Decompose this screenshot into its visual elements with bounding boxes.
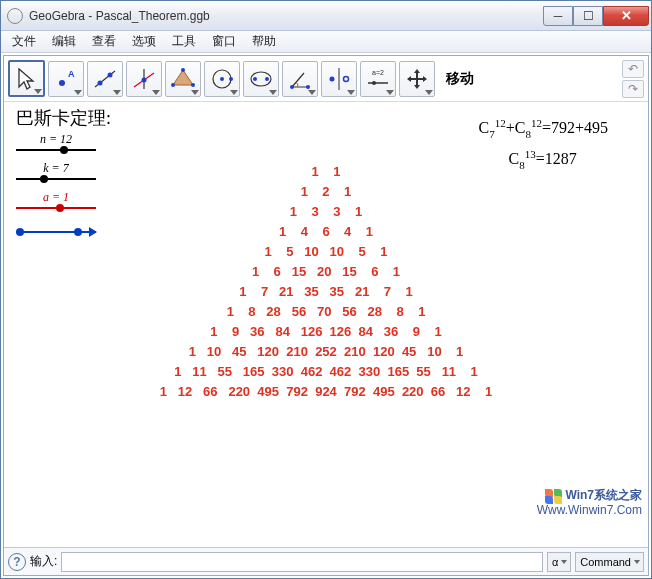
tool-perpendicular[interactable] [126, 61, 162, 97]
menu-options[interactable]: 选项 [125, 31, 163, 52]
tool-angle[interactable] [282, 61, 318, 97]
toolbar: A a=2 移动 ↶ ↷ [4, 56, 648, 102]
svg-point-17 [265, 77, 269, 81]
graphics-view[interactable]: 巴斯卡定理: n = 12 k = 7 a = 1 [4, 102, 648, 547]
close-button[interactable]: ✕ [603, 6, 649, 26]
svg-text:a=2: a=2 [372, 69, 384, 76]
pascal-row: 1 4 6 4 1 [4, 222, 648, 242]
pascal-row: 1 7 21 35 35 21 7 1 [4, 282, 648, 302]
svg-marker-8 [173, 70, 193, 85]
svg-point-4 [108, 72, 113, 77]
app-window: GeoGebra - Pascal_Theorem.ggb ─ ☐ ✕ 文件 编… [0, 0, 652, 579]
svg-point-16 [253, 77, 257, 81]
tool-ellipse[interactable] [243, 61, 279, 97]
toolbar-mode-label: 移动 [446, 70, 474, 88]
svg-point-7 [142, 77, 147, 82]
svg-line-2 [95, 71, 115, 87]
watermark-logo-icon [545, 489, 563, 503]
pascal-row: 1 10 45 120 210 252 210 120 45 10 1 [4, 342, 648, 362]
menu-help[interactable]: 帮助 [245, 31, 283, 52]
svg-point-19 [306, 85, 310, 89]
tool-move[interactable] [8, 60, 45, 97]
svg-point-22 [344, 76, 349, 81]
app-icon [7, 8, 23, 24]
menubar: 文件 编辑 查看 选项 工具 窗口 帮助 [1, 31, 651, 53]
tool-reflect[interactable] [321, 61, 357, 97]
menu-edit[interactable]: 编辑 [45, 31, 83, 52]
svg-point-21 [330, 76, 335, 81]
command-select[interactable]: Command [575, 552, 644, 572]
window-controls: ─ ☐ ✕ [543, 6, 649, 26]
slider-n[interactable]: n = 12 [16, 132, 96, 151]
minimize-button[interactable]: ─ [543, 6, 573, 26]
undo-button[interactable]: ↶ [622, 60, 644, 78]
svg-point-18 [290, 85, 294, 89]
pascal-row: 1 12 66 220 495 792 924 792 495 220 66 1… [4, 382, 648, 402]
tool-polygon[interactable] [165, 61, 201, 97]
toolbar-right-controls: ↶ ↷ [622, 60, 644, 98]
pascal-row: 1 8 28 56 70 56 28 8 1 [4, 302, 648, 322]
pascal-triangle: 1 1 1 2 1 1 3 3 1 1 4 6 4 1 1 5 10 10 5 … [4, 162, 648, 402]
titlebar[interactable]: GeoGebra - Pascal_Theorem.ggb ─ ☐ ✕ [1, 1, 651, 31]
watermark-line1: Win7系统之家 [565, 488, 642, 502]
pascal-row: 1 1 [4, 162, 648, 182]
canvas-title: 巴斯卡定理: [16, 106, 111, 130]
svg-point-11 [171, 83, 175, 87]
svg-point-0 [59, 80, 65, 86]
help-icon[interactable]: ? [8, 553, 26, 571]
maximize-button[interactable]: ☐ [573, 6, 603, 26]
watermark: Win7系统之家 Www.Winwin7.Com [537, 488, 642, 517]
slider-n-label: n = 12 [16, 132, 96, 147]
menu-tools[interactable]: 工具 [165, 31, 203, 52]
pascal-row: 1 2 1 [4, 182, 648, 202]
command-input[interactable] [61, 552, 543, 572]
pascal-row: 1 9 36 84 126 126 84 36 9 1 [4, 322, 648, 342]
svg-point-10 [191, 83, 195, 87]
pascal-row: 1 6 15 20 15 6 1 [4, 262, 648, 282]
symbol-select[interactable]: α [547, 552, 571, 572]
tool-slider[interactable]: a=2 [360, 61, 396, 97]
tool-circle[interactable] [204, 61, 240, 97]
svg-point-9 [181, 68, 185, 72]
menu-window[interactable]: 窗口 [205, 31, 243, 52]
svg-point-13 [220, 77, 224, 81]
redo-button[interactable]: ↷ [622, 80, 644, 98]
menu-file[interactable]: 文件 [5, 31, 43, 52]
tool-line[interactable] [87, 61, 123, 97]
pascal-row: 1 3 3 1 [4, 202, 648, 222]
watermark-line2: Www.Winwin7.Com [537, 503, 642, 517]
svg-point-3 [98, 80, 103, 85]
pascal-row: 1 11 55 165 330 462 462 330 165 55 11 1 [4, 362, 648, 382]
statusbar: ? 输入: α Command [4, 547, 648, 575]
svg-text:A: A [68, 69, 75, 79]
tool-point[interactable]: A [48, 61, 84, 97]
content-area: A a=2 移动 ↶ ↷ 巴斯卡定理: n = 12 [3, 55, 649, 576]
tool-move-view[interactable] [399, 61, 435, 97]
window-title: GeoGebra - Pascal_Theorem.ggb [29, 9, 543, 23]
pascal-row: 1 5 10 10 5 1 [4, 242, 648, 262]
input-label: 输入: [30, 553, 57, 570]
svg-point-14 [229, 77, 233, 81]
menu-view[interactable]: 查看 [85, 31, 123, 52]
svg-point-24 [372, 81, 376, 85]
formula-1: C712+C812=792+495 [479, 117, 608, 140]
